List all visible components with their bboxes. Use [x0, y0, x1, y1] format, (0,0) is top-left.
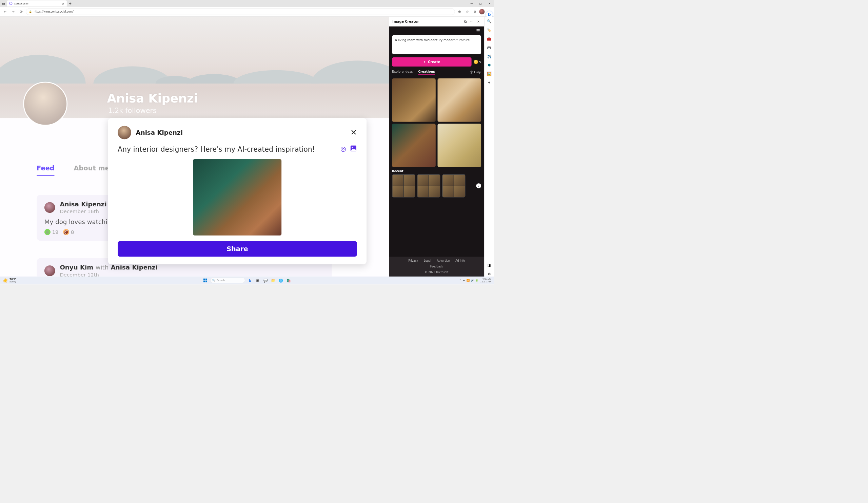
new-tab-button[interactable]: +	[68, 1, 73, 6]
edge-icon[interactable]: 🌐	[278, 278, 283, 283]
token-count: 5	[474, 60, 481, 64]
favicon-icon	[9, 2, 12, 5]
reaction-football-icon[interactable]: 🏈	[63, 229, 69, 235]
send-icon[interactable]: ✈️	[487, 54, 492, 59]
compose-text[interactable]: Any interior designers? Here's my AI-cre…	[118, 145, 315, 153]
hamburger-icon[interactable]: ☰	[476, 29, 480, 33]
footer-copyright: © 2023 Microsoft	[425, 271, 448, 274]
tab-title: Contosocial	[14, 2, 60, 5]
close-tab-icon[interactable]: ×	[62, 2, 64, 6]
recent-next-button[interactable]: ›	[476, 183, 481, 188]
reaction-laugh-icon[interactable]: 😄	[44, 229, 51, 235]
svg-rect-2	[204, 278, 205, 280]
generated-image-3[interactable]	[392, 123, 436, 167]
tab-creations[interactable]: Creations	[418, 70, 435, 75]
compose-avatar	[118, 126, 131, 140]
svg-rect-3	[206, 278, 207, 280]
footer-link-privacy[interactable]: Privacy	[408, 259, 418, 262]
sparkle-icon: ✦	[423, 60, 426, 64]
bing-taskbar-icon[interactable]: b	[247, 278, 252, 283]
settings-icon[interactable]: ⚙	[487, 272, 492, 276]
coin-icon	[474, 60, 478, 64]
panel-more-icon[interactable]: ⋯	[469, 19, 474, 24]
share-button[interactable]: Share	[118, 241, 357, 256]
recent-creation-3[interactable]	[442, 174, 465, 198]
battery-icon[interactable]: 🔋	[475, 279, 478, 282]
reaction-count: 8	[71, 229, 74, 235]
recent-creation-1[interactable]	[392, 174, 415, 198]
footer-link-advertise[interactable]: Advertise	[437, 259, 450, 262]
m365-icon[interactable]: ⬢	[487, 62, 492, 68]
generated-image-1[interactable]	[392, 78, 436, 122]
sun-icon: ☀️	[3, 278, 8, 283]
vertical-tabs-icon[interactable]: ▭	[1, 1, 6, 6]
store-icon[interactable]: 🛍️	[286, 278, 291, 283]
post-avatar[interactable]	[44, 265, 55, 276]
image-icon[interactable]	[350, 145, 357, 153]
create-button[interactable]: ✦ Create	[392, 57, 471, 67]
post-avatar[interactable]	[44, 202, 55, 213]
cloud-icon[interactable]: ☁	[463, 279, 465, 282]
chevron-up-icon[interactable]: ^	[459, 279, 461, 282]
prompt-input[interactable]: a living room with mid-century modern fu…	[392, 35, 481, 54]
search-icon[interactable]: 🔍	[487, 18, 492, 23]
clock[interactable]: 4/27/23 11:11 AM	[480, 278, 491, 283]
favorites-icon[interactable]: ☆	[464, 8, 471, 15]
taskbar-search[interactable]: 🔍Search	[210, 278, 245, 283]
post-author[interactable]: Onyu Kim with Anisa Kipenzi	[60, 264, 158, 271]
browser-tab[interactable]: Contosocial ×	[7, 0, 66, 7]
reaction-count: 19	[52, 229, 59, 235]
maximize-button[interactable]: ▢	[476, 0, 485, 7]
detach-icon[interactable]: ⧉	[463, 19, 468, 24]
read-aloud-icon[interactable]: ⊕	[456, 8, 463, 15]
explorer-icon[interactable]: 📁	[271, 278, 276, 283]
shopping-icon[interactable]: 🏷️	[487, 27, 492, 32]
post-author[interactable]: Anisa Kipenzi	[60, 201, 106, 208]
page-content: Anisa Kipenzi 1.2k followers Feed About …	[0, 17, 389, 276]
games-icon[interactable]: 🎮	[487, 45, 492, 50]
url-text: https://www.contosocial.com/	[34, 10, 74, 13]
panel-header: Image Creator ⧉ ⋯ ✕	[389, 17, 484, 27]
search-icon: 🔍	[212, 279, 215, 282]
footer-link-legal[interactable]: Legal	[424, 259, 431, 262]
address-bar[interactable]: 🔒 https://www.contosocial.com/	[26, 9, 455, 15]
panel-close-icon[interactable]: ✕	[476, 19, 481, 24]
image-creator-sidebar-icon[interactable]: 🖼️	[487, 71, 492, 77]
weather-widget[interactable]: ☀️ 78°F Sunny	[3, 278, 16, 283]
collections-icon[interactable]: ⧉	[472, 8, 478, 15]
generated-image-2[interactable]	[437, 78, 481, 122]
help-icon: ⓘ	[470, 70, 473, 74]
minimize-button[interactable]: —	[467, 0, 476, 7]
close-modal-button[interactable]: ✕	[351, 128, 357, 137]
profile-avatar-icon[interactable]	[479, 9, 485, 14]
edge-sidebar: 🔍 🏷️ 🧰 🎮 ✈️ ⬢ 🖼️ + ◨ ⚙	[484, 17, 494, 276]
weather-cond: Sunny	[10, 281, 16, 283]
svg-point-1	[352, 147, 353, 148]
refresh-button[interactable]: ⟳	[18, 8, 24, 15]
back-button[interactable]: ←	[2, 8, 9, 15]
chat-icon[interactable]: 💬	[263, 278, 268, 283]
task-view-icon[interactable]: ▣	[255, 278, 260, 283]
wifi-icon[interactable]: 📶	[466, 279, 469, 282]
lock-icon: 🔒	[29, 10, 32, 13]
footer-feedback[interactable]: Feedback	[430, 265, 443, 268]
attached-image[interactable]	[193, 159, 282, 235]
broadcast-icon[interactable]: ◎	[340, 145, 346, 153]
compose-modal: Anisa Kipenzi ✕ Any interior designers? …	[108, 118, 366, 264]
add-sidebar-icon[interactable]: +	[487, 80, 492, 85]
tools-icon[interactable]: 🧰	[487, 36, 492, 41]
generated-image-4[interactable]	[437, 123, 481, 167]
recent-label: Recent	[392, 169, 481, 173]
sidebar-toggle-icon[interactable]: ◨	[487, 263, 492, 268]
forward-button[interactable]: →	[10, 8, 16, 15]
tab-feed[interactable]: Feed	[37, 164, 54, 176]
close-window-button[interactable]: ✕	[485, 0, 494, 7]
start-button[interactable]	[203, 278, 208, 283]
tab-about[interactable]: About me	[74, 164, 110, 176]
tab-explore-ideas[interactable]: Explore ideas	[392, 70, 413, 75]
help-link[interactable]: ⓘHelp	[470, 70, 481, 75]
footer-link-adinfo[interactable]: Ad info	[455, 259, 465, 262]
volume-icon[interactable]: 🔊	[471, 279, 474, 282]
recent-creation-2[interactable]	[417, 174, 440, 198]
svg-rect-5	[206, 281, 207, 282]
